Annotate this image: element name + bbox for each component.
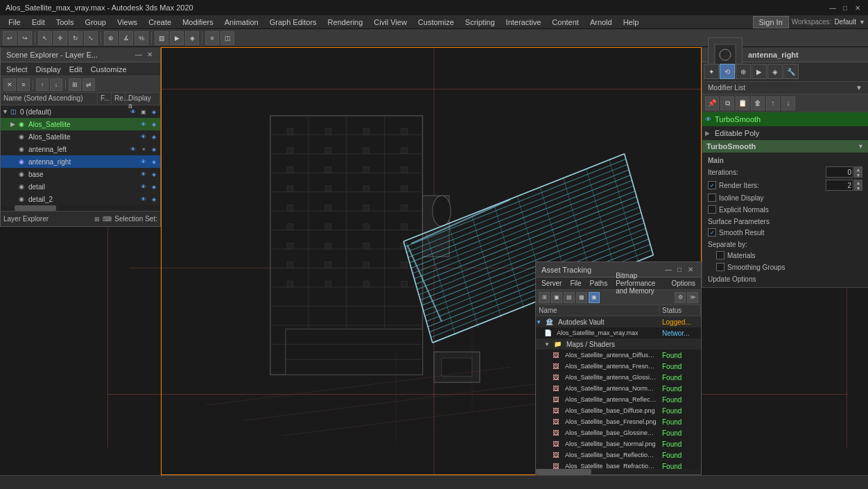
visibility-flag[interactable]: 👁 xyxy=(139,182,148,191)
select-button[interactable]: ↖ xyxy=(38,31,52,45)
menu-interactive[interactable]: Interactive xyxy=(501,17,547,28)
display-flag[interactable]: ◈ xyxy=(149,132,159,141)
move-button[interactable]: ✛ xyxy=(53,31,67,45)
se-title-buttons[interactable]: — ✕ xyxy=(134,50,155,60)
render-flag[interactable]: ✶ xyxy=(139,144,148,154)
menu-views[interactable]: Views xyxy=(112,17,143,28)
visibility-flag[interactable]: 👁 xyxy=(139,169,148,179)
ap-settings-button[interactable]: ⚙ xyxy=(675,292,686,303)
visibility-flag[interactable]: 👁 xyxy=(139,132,148,141)
modifier-item-editable-poly[interactable]: ▶ Editable Poly xyxy=(702,126,868,140)
ap-tb-btn4[interactable]: ▦ xyxy=(576,292,587,303)
modifier-expand-icon[interactable]: ▶ xyxy=(705,130,715,137)
iterations-spinner[interactable]: ▲ ▼ xyxy=(854,166,862,178)
menu-rendering[interactable]: Rendering xyxy=(322,17,369,28)
isoline-checkbox[interactable]: ✓ xyxy=(708,194,716,202)
menu-modifiers[interactable]: Modifiers xyxy=(177,17,219,28)
se-list-item[interactable]: ▶ ◉ Alos_Satellite 👁 ◈ xyxy=(1,118,160,130)
se-list-item[interactable]: ◉ Alos_Satellite 👁 ◈ xyxy=(1,130,160,143)
menu-graph-editors[interactable]: Graph Editors xyxy=(264,17,322,28)
display-flag[interactable]: ◈ xyxy=(149,194,159,204)
render-iters-checkbox[interactable]: ✓ xyxy=(708,181,716,189)
modifier-visibility-icon[interactable]: 👁 xyxy=(705,116,715,123)
menu-scripting[interactable]: Scripting xyxy=(460,17,501,28)
mod-paste-button[interactable]: 📋 xyxy=(736,96,749,110)
ap-scrollbar-thumb[interactable] xyxy=(536,469,591,474)
menu-tools[interactable]: Tools xyxy=(51,17,80,28)
ap-menu-server[interactable]: Server xyxy=(537,279,566,288)
smoothing-groups-checkbox[interactable]: ✓ xyxy=(716,263,724,271)
se-options[interactable]: ≡ xyxy=(17,78,30,91)
ap-row[interactable]: ▼ 🏦 Autodesk Vault Logged... xyxy=(536,316,701,327)
modifier-list-dropdown[interactable]: ▼ xyxy=(856,84,862,92)
ap-row[interactable]: 🖼 Alos_Satellite_base_Diffuse.png Found xyxy=(536,405,701,416)
se-move-down[interactable]: ↓ xyxy=(50,78,62,91)
se-list-item[interactable]: ◉ antenna_right 👁 ◈ xyxy=(1,155,160,168)
ap-tb-btn2[interactable]: ▣ xyxy=(551,292,562,303)
menu-civil-view[interactable]: Civil View xyxy=(368,17,412,28)
iterations-down[interactable]: ▼ xyxy=(854,172,862,178)
menu-content[interactable]: Content xyxy=(546,17,584,28)
expand-icon[interactable]: ▼ xyxy=(2,108,10,115)
ap-more-button[interactable]: ≫ xyxy=(687,292,698,303)
render-iters-up[interactable]: ▲ xyxy=(854,180,862,185)
mod-move-down-button[interactable]: ↓ xyxy=(781,96,795,110)
render-iters-down[interactable]: ▼ xyxy=(854,185,862,191)
ap-menu-options[interactable]: Options xyxy=(668,279,700,288)
se-menu-select[interactable]: Select xyxy=(2,64,32,75)
se-close-button[interactable]: ✕ xyxy=(145,50,155,60)
ap-row[interactable]: 🖼 Alos_Satellite_base_Reflection.png Fou… xyxy=(536,449,701,461)
ap-row[interactable]: 📄 Alos_Satellite_max_vray.max Networ... xyxy=(536,327,701,338)
rp-tab-create[interactable]: ✦ xyxy=(704,64,719,79)
se-menu-edit[interactable]: Edit xyxy=(65,64,87,75)
maximize-button[interactable]: □ xyxy=(840,3,850,12)
percent-snap[interactable]: % xyxy=(134,31,148,45)
mod-delete-button[interactable]: 🗑 xyxy=(751,96,765,110)
rp-tab-motion[interactable]: ▶ xyxy=(752,64,767,79)
material-editor[interactable]: ◈ xyxy=(185,31,199,45)
visibility-flag[interactable]: 👁 xyxy=(128,144,138,154)
expand-icon[interactable]: ▶ xyxy=(10,121,19,128)
menu-group[interactable]: Group xyxy=(79,17,112,28)
render-button[interactable]: ▶ xyxy=(170,31,184,45)
close-button[interactable]: ✕ xyxy=(853,3,862,12)
rp-tab-display[interactable]: ◈ xyxy=(767,64,783,79)
menu-create[interactable]: Create xyxy=(143,17,177,28)
ap-row[interactable]: 🖼 Alos_Satellite_antenna_Diffuse.png Fou… xyxy=(536,350,701,361)
ap-title-buttons[interactable]: — □ ✕ xyxy=(663,265,695,275)
undo-button[interactable]: ↩ xyxy=(3,31,17,45)
se-clear-filter[interactable]: ✕ xyxy=(3,78,16,91)
se-menu-display[interactable]: Display xyxy=(32,64,65,75)
se-list-item[interactable]: ◉ detail 👁 ◈ xyxy=(1,180,160,193)
se-list-item[interactable]: ▼ ◫ 0 (default) 👁 ▣ ◈ xyxy=(1,105,160,118)
ap-tb-btn5[interactable]: ▣ xyxy=(589,292,600,303)
se-horizontal-scrollbar[interactable] xyxy=(1,205,160,211)
ap-row[interactable]: 🖼 Alos_Satellite_base_Glossiness.png Fou… xyxy=(536,427,701,438)
menu-file[interactable]: File xyxy=(3,17,26,28)
mod-pin-button[interactable]: 📌 xyxy=(705,96,719,110)
se-scrollbar-thumb[interactable] xyxy=(15,205,56,211)
ap-tb-btn3[interactable]: ▤ xyxy=(564,292,575,303)
redo-button[interactable]: ↪ xyxy=(18,31,32,45)
se-footer-icon2[interactable]: ⌨ xyxy=(103,216,112,223)
layer-manager[interactable]: ◫ xyxy=(220,31,234,45)
ap-row[interactable]: 🖼 Alos_Satellite_antenna_Glossiness.png … xyxy=(536,372,701,383)
display-flag[interactable]: ◈ xyxy=(149,119,159,129)
menu-animation[interactable]: Animation xyxy=(219,17,264,28)
snap-toggle[interactable]: ⊕ xyxy=(104,31,118,45)
mod-move-up-button[interactable]: ↑ xyxy=(766,96,780,110)
ap-row[interactable]: ▼ 📁 Maps / Shaders xyxy=(536,338,701,350)
rp-tab-hierarchy[interactable]: ⊕ xyxy=(736,64,751,79)
ap-tb-btn1[interactable]: ⊞ xyxy=(539,292,550,303)
se-titlebar[interactable]: Scene Explorer - Layer E... — ✕ xyxy=(1,47,160,62)
se-minimize-button[interactable]: — xyxy=(134,50,144,60)
render-iters-spinner[interactable]: ▲ ▼ xyxy=(854,180,862,191)
se-list-item[interactable]: ◉ antenna_left 👁 ✶ ◈ xyxy=(1,143,160,155)
se-menu-customize[interactable]: Customize xyxy=(87,64,131,75)
rotate-button[interactable]: ↻ xyxy=(69,31,83,45)
se-move-up[interactable]: ↑ xyxy=(36,78,49,91)
ap-row[interactable]: 🖼 Alos_Satellite_base_Normal.png Found xyxy=(536,438,701,449)
render-flag[interactable]: ▣ xyxy=(139,107,148,117)
display-flag[interactable]: ◈ xyxy=(149,169,159,179)
visibility-flag[interactable]: 👁 xyxy=(139,119,148,129)
